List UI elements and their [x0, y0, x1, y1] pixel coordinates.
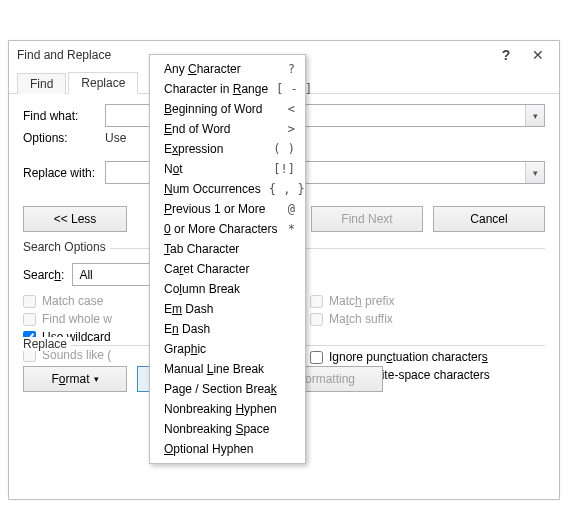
- special-item-label: Expression: [164, 142, 223, 156]
- special-item-label: Page / Section Break: [164, 382, 277, 396]
- special-item[interactable]: Column Break: [150, 279, 305, 299]
- special-item[interactable]: Any Character?: [150, 59, 305, 79]
- special-item-label: Manual Line Break: [164, 362, 264, 376]
- special-item-label: Not: [164, 162, 183, 176]
- less-button[interactable]: << Less: [23, 206, 127, 232]
- special-item-glyph: [!]: [273, 162, 295, 176]
- special-item[interactable]: Beginning of Word<: [150, 99, 305, 119]
- match-case-input[interactable]: [23, 295, 36, 308]
- special-item-label: Graphic: [164, 342, 206, 356]
- special-item[interactable]: Nonbreaking Space: [150, 419, 305, 439]
- special-item-glyph: >: [288, 122, 295, 136]
- special-item[interactable]: Num Occurrences{ , }: [150, 179, 305, 199]
- tab-replace[interactable]: Replace: [68, 72, 138, 94]
- cancel-label: Cancel: [470, 212, 507, 226]
- replace-section-title: Replace: [23, 337, 71, 351]
- special-item-label: Nonbreaking Hyphen: [164, 402, 277, 416]
- find-next-button[interactable]: Find Next: [311, 206, 423, 232]
- special-item[interactable]: End of Word>: [150, 119, 305, 139]
- dialog-body: Find what: ▾ Options: Use Replace with: …: [9, 94, 559, 400]
- special-item-label: 0 or More Characters: [164, 222, 277, 236]
- special-item-label: Caret Character: [164, 262, 249, 276]
- options-value: Use: [105, 131, 126, 145]
- special-item-glyph: <: [288, 102, 295, 116]
- format-label: Format: [51, 372, 89, 386]
- special-item[interactable]: Em Dash: [150, 299, 305, 319]
- match-suffix-input[interactable]: [310, 313, 323, 326]
- match-case-label: Match case: [42, 294, 103, 308]
- match-prefix-label: Match prefix: [329, 294, 394, 308]
- special-item-label: Num Occurrences: [164, 182, 261, 196]
- special-item[interactable]: Not[!]: [150, 159, 305, 179]
- help-icon: ?: [502, 47, 511, 63]
- special-item-label: Nonbreaking Space: [164, 422, 269, 436]
- special-item[interactable]: Previous 1 or More@: [150, 199, 305, 219]
- special-item[interactable]: Manual Line Break: [150, 359, 305, 379]
- special-item-glyph: ?: [288, 62, 295, 76]
- help-button[interactable]: ?: [491, 45, 521, 65]
- tab-find-label: Find: [30, 77, 53, 91]
- find-what-label: Find what:: [23, 109, 99, 123]
- special-menu: Any Character?Character in Range[ - ]Beg…: [149, 54, 306, 464]
- options-label: Options:: [23, 131, 99, 145]
- special-item[interactable]: Nonbreaking Hyphen: [150, 399, 305, 419]
- chevron-down-icon[interactable]: ▾: [525, 105, 544, 126]
- less-label: << Less: [54, 212, 97, 226]
- special-item[interactable]: Optional Hyphen: [150, 439, 305, 459]
- special-item-glyph: *: [288, 222, 295, 236]
- match-prefix-input[interactable]: [310, 295, 323, 308]
- special-item[interactable]: Character in Range[ - ]: [150, 79, 305, 99]
- search-direction-label: Search:: [23, 268, 64, 282]
- special-item-label: End of Word: [164, 122, 231, 136]
- special-item[interactable]: En Dash: [150, 319, 305, 339]
- caret-down-icon: ▾: [94, 374, 99, 384]
- special-item-label: Previous 1 or More: [164, 202, 265, 216]
- format-button[interactable]: Format▾: [23, 366, 127, 392]
- special-item-label: Any Character: [164, 62, 241, 76]
- tab-replace-label: Replace: [81, 76, 125, 90]
- tab-find[interactable]: Find: [17, 73, 66, 94]
- close-button[interactable]: ✕: [523, 45, 553, 65]
- special-item-label: En Dash: [164, 322, 210, 336]
- cancel-button[interactable]: Cancel: [433, 206, 545, 232]
- special-item-glyph: @: [288, 202, 295, 216]
- match-suffix-label: Match suffix: [329, 312, 393, 326]
- special-item-label: Beginning of Word: [164, 102, 263, 116]
- chevron-down-icon[interactable]: ▾: [525, 162, 544, 183]
- special-item[interactable]: Caret Character: [150, 259, 305, 279]
- find-whole-words-label: Find whole w: [42, 312, 112, 326]
- search-options-title: Search Options: [23, 240, 110, 254]
- special-item[interactable]: Graphic: [150, 339, 305, 359]
- special-item-glyph: ( ): [273, 142, 295, 156]
- special-item-label: Optional Hyphen: [164, 442, 253, 456]
- find-next-label: Find Next: [341, 212, 392, 226]
- match-suffix-checkbox[interactable]: Match suffix: [310, 312, 545, 326]
- special-item[interactable]: Tab Character: [150, 239, 305, 259]
- special-item-label: Character in Range: [164, 82, 268, 96]
- special-item-label: Em Dash: [164, 302, 213, 316]
- close-icon: ✕: [532, 47, 544, 63]
- special-item-label: Column Break: [164, 282, 240, 296]
- search-direction-value: All: [79, 268, 92, 282]
- special-item-glyph: { , }: [269, 182, 305, 196]
- replace-with-label: Replace with:: [23, 166, 99, 180]
- special-item[interactable]: 0 or More Characters*: [150, 219, 305, 239]
- find-whole-words-input[interactable]: [23, 313, 36, 326]
- special-item-glyph: [ - ]: [276, 82, 312, 96]
- find-replace-dialog: Find and Replace ? ✕ Find Replace Find w…: [8, 40, 560, 500]
- special-item[interactable]: Page / Section Break: [150, 379, 305, 399]
- special-item-label: Tab Character: [164, 242, 239, 256]
- special-item[interactable]: Expression( ): [150, 139, 305, 159]
- match-prefix-checkbox[interactable]: Match prefix: [310, 294, 545, 308]
